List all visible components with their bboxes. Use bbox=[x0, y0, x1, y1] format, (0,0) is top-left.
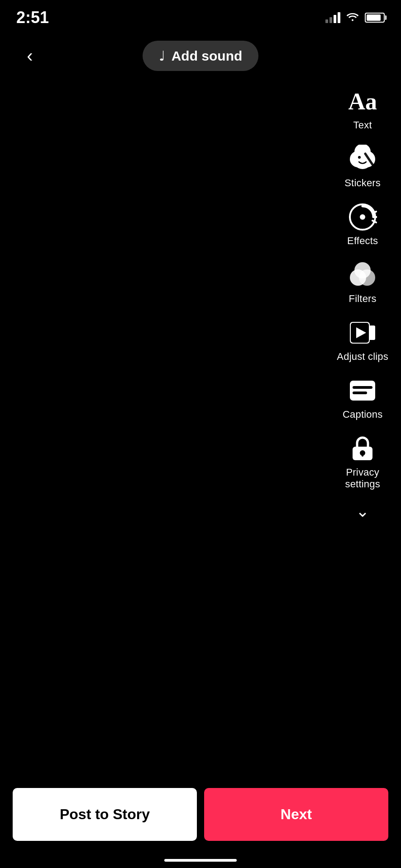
svg-rect-16 bbox=[369, 326, 375, 340]
effects-icon bbox=[347, 202, 378, 232]
svg-rect-17 bbox=[350, 381, 375, 401]
adjust-clips-tool[interactable]: Adjust clips bbox=[333, 313, 392, 367]
next-button[interactable]: Next bbox=[204, 788, 388, 841]
effects-tool-label: Effects bbox=[347, 235, 378, 247]
filters-icon bbox=[347, 259, 378, 290]
svg-rect-19 bbox=[353, 392, 367, 394]
privacy-icon bbox=[347, 433, 378, 464]
chevron-down-icon: ⌄ bbox=[356, 502, 369, 521]
svg-rect-18 bbox=[353, 386, 372, 389]
stickers-tool-label: Stickers bbox=[344, 177, 381, 189]
back-button[interactable]: ‹ bbox=[16, 42, 43, 70]
music-note-icon: ♩ bbox=[159, 48, 165, 64]
bottom-buttons: Post to Story Next bbox=[0, 788, 401, 841]
status-bar: 2:51 bbox=[0, 0, 401, 32]
stickers-tool[interactable]: Stickers bbox=[341, 139, 384, 193]
adjust-clips-tool-label: Adjust clips bbox=[337, 351, 388, 363]
filters-tool[interactable]: Filters bbox=[342, 255, 383, 309]
status-icons bbox=[325, 11, 385, 25]
wifi-icon bbox=[346, 11, 359, 25]
svg-point-9 bbox=[360, 214, 365, 220]
top-toolbar: ‹ ♩ Add sound bbox=[0, 32, 401, 80]
status-time: 2:51 bbox=[16, 8, 49, 27]
captions-tool[interactable]: Captions bbox=[339, 371, 386, 425]
battery-icon bbox=[365, 13, 385, 23]
privacy-settings-tool-label: Privacy settings bbox=[345, 467, 380, 490]
signal-icon bbox=[325, 12, 340, 23]
svg-point-12 bbox=[354, 262, 371, 278]
adjust-clips-icon bbox=[347, 317, 378, 348]
stickers-icon bbox=[347, 144, 378, 175]
right-sidebar: Aa Text Stickers bbox=[333, 81, 392, 524]
svg-rect-22 bbox=[362, 453, 363, 457]
captions-tool-label: Captions bbox=[343, 409, 382, 420]
effects-tool[interactable]: Effects bbox=[342, 197, 383, 251]
captions-icon bbox=[347, 375, 378, 406]
svg-point-6 bbox=[358, 156, 361, 159]
add-sound-button[interactable]: ♩ Add sound bbox=[143, 41, 259, 71]
filters-tool-label: Filters bbox=[349, 293, 377, 305]
text-icon: Aa bbox=[347, 86, 378, 117]
privacy-settings-tool[interactable]: Privacy settings bbox=[341, 429, 383, 495]
back-icon: ‹ bbox=[27, 46, 33, 66]
text-tool[interactable]: Aa Text bbox=[342, 81, 383, 136]
text-tool-label: Text bbox=[353, 119, 372, 131]
post-to-story-button[interactable]: Post to Story bbox=[13, 788, 197, 841]
add-sound-label: Add sound bbox=[172, 48, 243, 64]
home-indicator bbox=[164, 859, 237, 862]
more-tools-button[interactable]: ⌄ bbox=[342, 498, 383, 524]
